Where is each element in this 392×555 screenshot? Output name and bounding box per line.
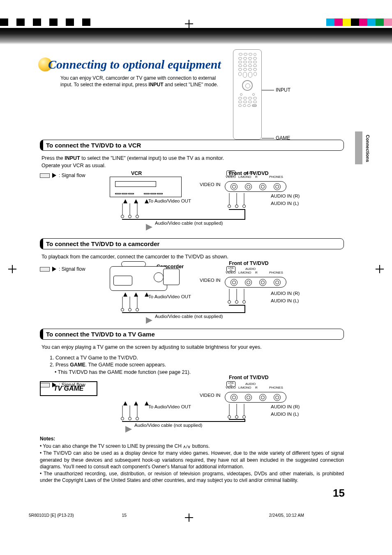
cable-icon (229, 193, 230, 205)
rca-jack-icon (274, 183, 281, 190)
arrow-up-icon (123, 401, 127, 405)
step-text: 1. Connect a TV Game to the TV/DVD. (50, 355, 342, 362)
step-keyword: GAME (70, 362, 85, 368)
jack-label: VIDEO (226, 386, 236, 389)
footer-date: 2/24/05, 10:12 AM (269, 513, 304, 518)
vcr-icon (110, 177, 182, 197)
body-text: to select the "LINE" (external input) to… (80, 155, 224, 161)
page-title: Connecting to optional equipment (48, 58, 221, 71)
cable-icon (244, 289, 244, 301)
rca-jack-icon (245, 183, 252, 190)
cable-icon (122, 297, 123, 309)
label-cable: Audio/Video cable (not supplied) (134, 423, 202, 428)
arrow-up-icon (145, 199, 149, 203)
page-number: 15 (333, 487, 345, 500)
camcorder-diagram: LINE IN VIDEO L/MONO AUDIO R PHONES VIDE… (40, 266, 344, 332)
jack-label: AUDIO (245, 267, 256, 271)
step-bullet: • This TV/DVD has the GAME mode function… (50, 369, 342, 376)
arrow-up-icon (123, 199, 127, 203)
intro-line: input. To select the external input, pre… (60, 82, 149, 88)
section-body: You can enjoy playing a TV game on the s… (40, 340, 344, 378)
label-to-av-out: To Audio/Video OUT (148, 294, 191, 299)
section-body: Press the INPUT to select the "LINE" (ex… (40, 151, 344, 171)
cable-icon (229, 289, 230, 301)
flow-arrow-icon (125, 426, 132, 433)
registration-mark-icon (376, 265, 384, 273)
registration-color-bar (0, 18, 392, 26)
section-header: To connect the TV/DVD to a TV Game (40, 329, 344, 340)
jack-label: L/MONO (238, 175, 251, 179)
jack-label: PHONES (269, 175, 283, 179)
jack-label: VIDEO (226, 271, 236, 274)
cable-icon (122, 405, 123, 418)
note-item: • The TV/DVD can also be used as a displ… (40, 450, 344, 470)
cable-icon (236, 404, 237, 416)
cable-icon (129, 203, 130, 216)
rca-jack-icon (231, 394, 238, 401)
notes-title: Notes: (40, 435, 344, 442)
jack-label: AUDIO (245, 171, 256, 175)
cable-icon (244, 193, 244, 205)
note-item: • The unauthorized recording, use, distr… (40, 470, 344, 484)
section-camcorder: To connect the TV/DVD to a camcorder To … (40, 238, 344, 263)
rca-jack-icon (231, 279, 238, 286)
jack-label: R (255, 175, 258, 179)
label-to-av-out: To Audio/Video OUT (148, 198, 191, 203)
ch-up-down-icon: ∧/∨ (183, 444, 191, 449)
label-audio-r: AUDIO IN (R) (271, 193, 300, 198)
arrow-up-icon (145, 292, 149, 297)
page-content: Connecting to optional equipment You can… (28, 33, 360, 497)
cable-icon (137, 297, 138, 309)
side-tab (355, 131, 362, 164)
jack-label: PHONES (269, 386, 283, 389)
cable-icon (236, 193, 237, 205)
jack-label: L/MONO (238, 271, 251, 274)
jack-label: AUDIO (245, 382, 256, 386)
section-header: To connect the TV/DVD to a VCR (40, 140, 344, 151)
arrow-up-icon (145, 401, 149, 405)
label-video-in: VIDEO IN (200, 393, 220, 398)
jack-label: R (255, 271, 258, 274)
arrow-up-icon (134, 199, 138, 203)
jack-label: PHONES (269, 271, 283, 274)
cable-icon (129, 297, 130, 309)
section-body: To playback from the camcorder, connect … (40, 249, 344, 263)
remote-callout-input: INPUT (276, 87, 291, 93)
rca-jack-icon (259, 394, 266, 401)
registration-mark-icon (8, 265, 16, 273)
rca-jack-icon (274, 394, 281, 401)
jack-label: VIDEO (226, 175, 236, 179)
flow-arrow-icon (146, 224, 152, 230)
notes-block: Notes: • You can also change the TV scre… (40, 435, 344, 484)
intro-line: and select "LINE" mode. (164, 82, 218, 88)
jack-label: L/MONO (238, 386, 251, 389)
note-text: • You can also change the TV screen to L… (40, 443, 183, 449)
arrow-up-icon (134, 401, 138, 405)
camcorder-lens-icon (163, 269, 180, 285)
intro-line: You can enjoy VCR, camcorder or TV game … (60, 75, 216, 81)
rca-jack-icon (259, 279, 266, 286)
remote-illustration: INPUT GAME (233, 49, 307, 140)
label-cable: Audio/Video cable (not supplied) (155, 314, 223, 319)
label-audio-l: AUDIO IN (L) (271, 298, 299, 303)
rca-jack-icon (245, 394, 252, 401)
rca-jack-icon (231, 183, 238, 190)
footer-page: 15 (122, 513, 127, 518)
body-text: You can enjoy playing a TV game on the s… (42, 344, 342, 351)
jack-label: R (255, 386, 258, 389)
flow-arrow-icon (146, 317, 152, 324)
remote-body-icon (233, 49, 262, 140)
rca-jack-icon (259, 183, 266, 190)
front-label: Front of TV/DVD (229, 375, 269, 380)
note-item: • You can also change the TV screen to L… (40, 443, 344, 449)
cable-icon (129, 405, 130, 418)
section-vcr: To connect the TV/DVD to a VCR Press the… (40, 140, 344, 171)
body-keyword: INPUT (65, 155, 80, 161)
rca-jack-icon (245, 279, 252, 286)
camcorder-body-icon (110, 266, 167, 291)
cable-icon (229, 404, 230, 416)
cable-icon (244, 404, 244, 416)
arrow-up-icon (134, 292, 138, 297)
body-text: Operate your VCR as usual. (42, 163, 106, 168)
print-footer: 5R80101D [E] (P13-23) 15 2/24/05, 10:12 … (29, 513, 357, 518)
